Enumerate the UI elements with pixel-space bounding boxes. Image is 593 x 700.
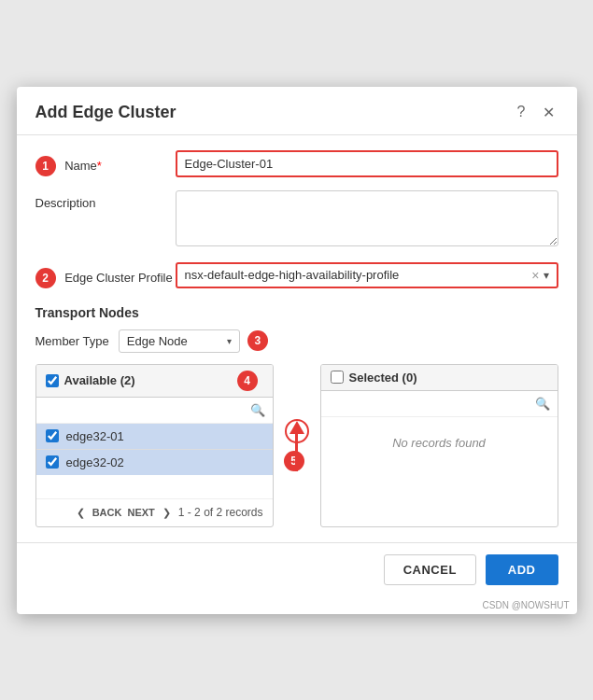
header-icons: ? ✕ — [514, 102, 558, 123]
item-label-edge32-02: edge32-02 — [66, 455, 124, 469]
selected-column: Selected (0) 🔍 No records found — [320, 364, 558, 527]
item-checkbox-edge32-01[interactable] — [46, 429, 59, 442]
dialog-body: 1 Name* Description 2 Edge Cluster Profi… — [17, 135, 577, 542]
available-search-input[interactable] — [44, 403, 250, 416]
name-label: 1 Name* — [35, 150, 176, 176]
profile-value: nsx-default-edge-high-availability-profi… — [185, 268, 532, 282]
arrow-head-icon — [289, 421, 304, 434]
member-type-dropdown-arrow: ▾ — [227, 336, 232, 346]
transport-nodes-title: Transport Nodes — [35, 301, 558, 320]
member-type-select[interactable]: Edge Node ▾ — [119, 329, 240, 353]
help-button[interactable]: ? — [514, 102, 529, 122]
add-button[interactable]: ADD — [486, 554, 558, 585]
description-field-wrapper — [176, 190, 558, 249]
profile-field-wrapper: nsx-default-edge-high-availability-profi… — [176, 262, 558, 288]
selected-count: Selected (0) — [349, 371, 417, 385]
available-search-row: 🔍 — [36, 398, 273, 424]
selected-column-header: Selected (0) — [321, 365, 558, 391]
selected-search-input[interactable] — [329, 397, 535, 410]
edge-cluster-profile-label: 2 Edge Cluster Profile — [35, 262, 176, 288]
red-arrow-annotation — [289, 421, 304, 471]
next-label: NEXT — [127, 507, 154, 518]
transfer-columns-area: Available (2) 4 🔍 edge32-01 — [35, 364, 558, 527]
dialog-header: Add Edge Cluster ? ✕ — [17, 87, 577, 135]
selected-header-left: Selected (0) — [331, 371, 417, 385]
pagination-row: ❮ BACK NEXT ❯ 1 - 2 of 2 records — [36, 498, 273, 526]
add-edge-cluster-dialog: Add Edge Cluster ? ✕ 1 Name* Description — [17, 87, 577, 614]
no-records-text: No records found — [321, 417, 558, 469]
available-count: Available (2) — [64, 373, 135, 387]
member-type-label: Member Type — [35, 334, 109, 348]
dialog-footer: CANCEL ADD — [17, 542, 577, 596]
next-button[interactable]: ❯ — [159, 505, 175, 521]
selected-search-icon: 🔍 — [535, 397, 550, 411]
item-label-edge32-01: edge32-01 — [66, 429, 124, 443]
name-badge: 1 — [35, 156, 56, 176]
selected-select-all-checkbox[interactable] — [331, 371, 344, 384]
dialog-title: Add Edge Cluster — [35, 103, 176, 122]
arrow-line-icon — [295, 434, 298, 471]
list-item[interactable]: edge32-02 — [36, 450, 273, 475]
back-label: BACK — [92, 507, 122, 518]
profile-badge: 2 — [35, 268, 56, 288]
list-item[interactable]: edge32-01 — [36, 424, 273, 450]
cancel-button[interactable]: CANCEL — [384, 554, 476, 585]
close-button[interactable]: ✕ — [539, 102, 558, 123]
available-badge: 4 — [237, 371, 258, 391]
required-marker: * — [97, 159, 102, 173]
transport-nodes-section: Transport Nodes Member Type Edge Node ▾ … — [35, 301, 558, 527]
description-row: Description — [35, 190, 558, 249]
clear-profile-button[interactable]: × — [531, 268, 539, 283]
member-type-row: Member Type Edge Node ▾ 3 — [35, 329, 558, 353]
watermark: CSDN @NOWSHUT — [17, 596, 577, 614]
name-row: 1 Name* — [35, 150, 558, 177]
edge-cluster-profile-select[interactable]: nsx-default-edge-high-availability-profi… — [176, 262, 558, 288]
back-button[interactable]: ❮ — [73, 505, 89, 521]
item-checkbox-edge32-02[interactable] — [46, 455, 59, 469]
profile-dropdown-arrow[interactable]: ▾ — [544, 269, 549, 282]
available-list: edge32-01 edge32-02 — [36, 424, 273, 498]
selected-search-row: 🔍 — [321, 391, 558, 417]
member-type-badge: 3 — [247, 330, 268, 351]
edge-cluster-profile-row: 2 Edge Cluster Profile nsx-default-edge-… — [35, 262, 558, 288]
name-input[interactable] — [176, 150, 558, 177]
transfer-button-col: › 5 — [274, 364, 320, 527]
available-search-icon: 🔍 — [250, 403, 265, 417]
available-column-header: Available (2) 4 — [36, 365, 273, 398]
available-header-left: Available (2) — [46, 373, 135, 387]
pagination-info: 1 - 2 of 2 records — [178, 506, 263, 519]
available-select-all-checkbox[interactable] — [46, 374, 59, 387]
name-field-wrapper — [176, 150, 558, 177]
description-label: Description — [35, 190, 176, 210]
available-column: Available (2) 4 🔍 edge32-01 — [35, 364, 274, 527]
description-input[interactable] — [176, 190, 558, 246]
member-type-value: Edge Node — [127, 334, 227, 348]
